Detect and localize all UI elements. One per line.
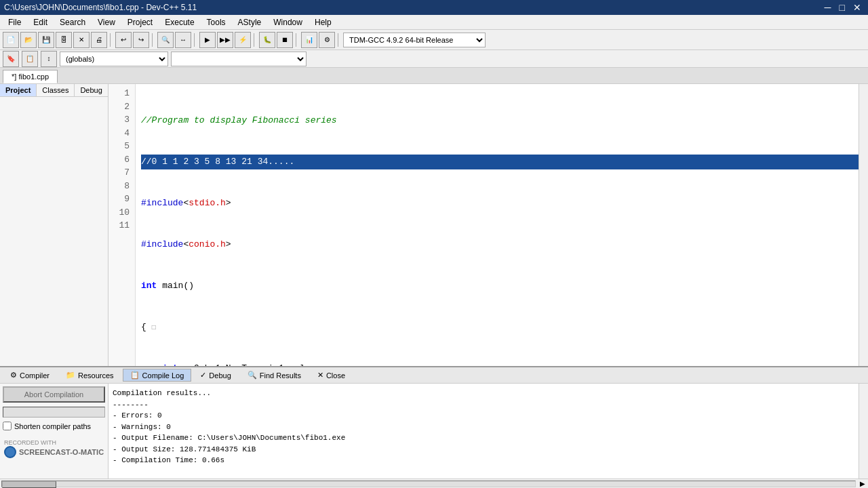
menu-help[interactable]: Help [309,16,337,28]
bottom-tab-resources[interactable]: 📁 Resources [58,369,121,382]
code-line-3: #include<stdio.h> [141,196,863,211]
log-line-3: - Errors: 0 [113,410,854,422]
stop-exec-button[interactable]: ⏹ [277,32,293,48]
log-line-7: - Compilation Time: 0.66s [113,455,854,466]
minimize-button[interactable]: ─ [822,2,834,13]
menu-astyle[interactable]: AStyle [233,16,267,28]
main-toolbar: 📄 📂 💾 🗄 ✕ 🖨 ↩ ↪ 🔍 ↔ ▶ ▶▶ ⚡ 🐛 ⏹ 📊 ⚙ TDM-G… [0,30,868,50]
print-button[interactable]: 🖨 [91,32,107,48]
content-wrapper: Project Classes Debug 1 2 3 4 5 6 7 [0,84,868,488]
code-line-7: int a=0,b=1,NewTerm,i=1,val; [141,361,863,366]
bookmark-button[interactable]: 🔖 [3,51,19,67]
menu-file[interactable]: File [3,16,26,28]
menu-tools[interactable]: Tools [201,16,231,28]
run-button[interactable]: ▶▶ [217,32,233,48]
bottom-tab-findresults[interactable]: 🔍 Find Results [240,369,309,382]
log-line-6: - Output Size: 128.771484375 KiB [113,444,854,455]
menu-bar: File Edit Search View Project Execute To… [0,15,868,30]
line-num-2: 2 [114,100,130,114]
secondary-toolbar: 🔖 📋 ↕ (globals) [0,50,868,68]
save-button[interactable]: 💾 [38,32,54,48]
bottom-tab-debug[interactable]: ✓ Debug [193,369,238,382]
code-content[interactable]: //Program to display Fibonacci series //… [136,84,868,366]
line-num-5: 5 [114,140,130,153]
jump-button[interactable]: ↕ [41,51,57,67]
panel-tab-project[interactable]: Project [0,84,37,96]
hscroll-track[interactable] [1,481,856,487]
title-text: C:\Users\JOHN\Documents\fibo1.cpp - Dev-… [4,3,197,12]
code-container: 1 2 3 4 5 6 7 8 9 10 11 //Program to dis… [108,84,868,366]
menu-execute[interactable]: Execute [159,16,199,28]
class-browse-button[interactable]: 📋 [22,51,38,67]
bottom-tab-compilelog[interactable]: 📋 Compile Log [123,369,192,382]
abort-compilation-button[interactable]: Abort Compilation [3,386,105,403]
panel-tab-debug[interactable]: Debug [75,84,108,96]
log-scrollbar[interactable] [859,384,868,479]
compilelog-tab-label: Compile Log [142,371,184,380]
menu-search[interactable]: Search [54,16,91,28]
compile-run-button[interactable]: ⚡ [235,32,251,48]
log-line-2: -------- [113,399,854,411]
debug-tab-label: Debug [209,371,231,380]
line-num-9: 9 [114,192,130,206]
editor-area[interactable]: 1 2 3 4 5 6 7 8 9 10 11 //Program to dis… [108,84,868,366]
menu-project[interactable]: Project [122,16,158,28]
scope-select[interactable]: (globals) [60,52,168,66]
code-line-5: int main() [141,279,863,293]
shorten-paths-checkbox[interactable] [3,422,12,430]
bottom-tab-compiler[interactable]: ⚙ Compiler [3,369,57,382]
close-tab-label: Close [326,371,345,380]
bottom-tab-close[interactable]: ✕ Close [310,369,353,382]
save-all-button[interactable]: 🗄 [56,32,72,48]
debug-button[interactable]: 🐛 [259,32,275,48]
resources-tab-label: Resources [78,371,114,380]
hscroll-right-arrow[interactable]: ▶ [857,480,868,487]
log-line-1: Compilation results... [113,388,854,399]
menu-view[interactable]: View [92,16,121,28]
new-button[interactable]: 📄 [3,32,19,48]
shorten-paths-label: Shorten compiler paths [14,422,91,430]
hscroll-thumb[interactable] [2,481,56,488]
compilelog-icon: 📋 [130,371,140,380]
panel-tab-classes[interactable]: Classes [37,84,75,96]
compile-button[interactable]: ▶ [199,32,216,48]
code-line-6: { □ [141,320,863,335]
project-opts-button[interactable]: ⚙ [319,32,335,48]
bottom-hscrollbar[interactable]: ▶ [0,479,868,488]
menu-window[interactable]: Window [268,16,308,28]
log-line-4: - Warnings: 0 [113,422,854,433]
compiler-select[interactable]: TDM-GCC 4.9.2 64-bit Release [343,33,486,47]
find-button[interactable]: 🔍 [157,32,174,48]
screencast-line2: SCREENCAST-O-MATIC [4,446,104,458]
tab-fibo1[interactable]: *] fibo1.cpp [3,70,58,83]
menu-edit[interactable]: Edit [28,16,53,28]
close-panel-icon: ✕ [317,371,323,380]
search-select[interactable] [171,52,307,66]
screencast-line1: RECORDED WITH [4,439,104,446]
undo-button[interactable]: ↩ [115,32,132,48]
line-num-1: 1 [114,87,130,100]
separator-2 [152,33,155,47]
separator-1 [110,33,113,47]
compile-log: Compilation results... -------- - Errors… [108,384,859,479]
code-line-2: //0 1 1 2 3 5 8 13 21 34..... [141,155,863,169]
redo-button[interactable]: ↪ [133,32,149,48]
line-num-11: 11 [114,219,130,232]
resources-icon: 📁 [66,371,75,380]
left-panel: Project Classes Debug [0,84,108,366]
profile-button[interactable]: 📊 [301,32,317,48]
bottom-panel: ⚙ Compiler 📁 Resources 📋 Compile Log ✓ D… [0,366,868,488]
findresults-tab-label: Find Results [260,371,301,380]
close-file-button[interactable]: ✕ [73,32,90,48]
screencast-watermark: RECORDED WITH SCREENCAST-O-MATIC [4,439,104,458]
replace-button[interactable]: ↔ [175,32,191,48]
progress-bar [3,407,105,418]
close-button[interactable]: ✕ [850,2,864,13]
line-num-4: 4 [114,127,130,140]
restore-button[interactable]: □ [837,2,848,13]
line-num-8: 8 [114,180,130,193]
open-button[interactable]: 📂 [20,32,37,48]
line-num-6: 6 [114,153,130,167]
separator-3 [194,33,197,47]
right-scrollbar[interactable] [859,84,868,366]
